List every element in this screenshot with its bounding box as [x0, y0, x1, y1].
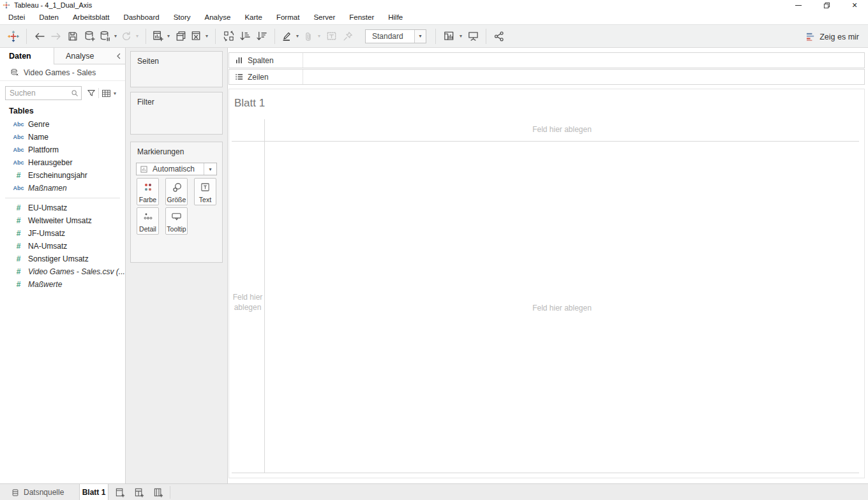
drop-zone-columns-hint[interactable]: Feld hier ablegen — [265, 125, 859, 134]
field-genre[interactable]: Abc Genre — [0, 118, 125, 131]
field-herausgeber[interactable]: Abc Herausgeber — [0, 156, 125, 169]
number-type-icon: # — [10, 229, 27, 238]
field-eu-umsatz[interactable]: # EU-Umsatz — [0, 202, 125, 214]
field-erscheinungsjahr[interactable]: # Erscheinungsjahr — [0, 169, 125, 182]
drop-zone-rows-hint[interactable]: Feld hier ablegen — [232, 292, 263, 312]
field-record-count[interactable]: # Video Games - Sales.csv (... — [0, 265, 125, 278]
redo-icon — [48, 27, 64, 45]
highlight-caret-icon[interactable]: ▾ — [294, 33, 301, 39]
menu-hilfe[interactable]: Hilfe — [381, 10, 410, 24]
rows-shelf[interactable]: Zeilen — [228, 69, 865, 85]
mark-type-value: Automatisch — [147, 165, 204, 173]
field-jf-umsatz[interactable]: # JF-Umsatz — [0, 227, 125, 240]
text-button[interactable]: Text — [194, 178, 216, 205]
save-icon[interactable] — [64, 27, 81, 45]
column-header-divider — [232, 141, 859, 142]
pane-tabs: Daten Analyse — [0, 48, 125, 64]
undo-icon[interactable] — [31, 27, 48, 45]
filter-fields-icon[interactable] — [87, 89, 96, 98]
field-masswerte[interactable]: # Maßwerte — [0, 278, 125, 291]
size-button[interactable]: Größe — [165, 178, 188, 205]
drop-zone-center-hint[interactable]: Feld hier ablegen — [265, 304, 859, 312]
menu-fenster[interactable]: Fenster — [342, 10, 381, 24]
pause-auto-updates-caret-icon[interactable]: ▾ — [112, 33, 119, 39]
window-title: Tableau - 4_1_Dual_Axis — [14, 1, 92, 9]
search-row-separator — [98, 88, 99, 98]
view-data-caret-icon[interactable]: ▾ — [111, 91, 119, 96]
restore-button[interactable] — [822, 1, 831, 10]
toolbar-separator — [26, 29, 27, 44]
minimize-button[interactable] — [794, 1, 803, 10]
columns-shelf[interactable]: Spalten — [228, 52, 865, 68]
field-name[interactable]: Abc Name — [0, 131, 125, 143]
detail-button[interactable]: Detail — [137, 207, 159, 235]
field-na-umsatz[interactable]: # NA-Umsatz — [0, 240, 125, 253]
menu-analyse[interactable]: Analyse — [198, 10, 238, 24]
new-datasource-icon[interactable] — [81, 27, 98, 45]
field-weltweiter-umsatz[interactable]: # Weltweiter Umsatz — [0, 214, 125, 227]
tooltip-button[interactable]: Tooltip — [165, 207, 188, 235]
presentation-mode-icon[interactable] — [465, 27, 481, 45]
size-icon — [171, 179, 183, 196]
fit-selector[interactable]: Standard ▾ — [365, 29, 426, 43]
tab-daten[interactable]: Daten — [0, 48, 54, 64]
fit-selector-caret-icon[interactable]: ▾ — [414, 30, 426, 43]
search-box — [5, 86, 82, 100]
columns-icon — [235, 56, 243, 64]
new-story-tab-icon[interactable] — [149, 484, 167, 500]
clear-sheet-caret-icon[interactable]: ▾ — [203, 33, 211, 39]
mark-type-caret-icon[interactable]: ▾ — [204, 163, 216, 175]
detail-label: Detail — [139, 225, 156, 233]
annotation-caret-icon: ▾ — [315, 33, 323, 39]
columns-shelf-label: Spalten — [229, 56, 303, 65]
field-sonstiger-umsatz[interactable]: # Sonstiger Umsatz — [0, 253, 125, 265]
menu-datei[interactable]: Dstei — [1, 10, 32, 24]
color-button[interactable]: Farbe — [137, 178, 159, 205]
sheet-title[interactable]: Blatt 1 — [234, 97, 265, 110]
menu-story[interactable]: Story — [167, 10, 198, 24]
show-mark-labels-caret-icon[interactable]: ▾ — [457, 33, 465, 39]
menu-daten[interactable]: Daten — [32, 10, 66, 24]
columns-shelf-dropzone[interactable] — [303, 53, 864, 68]
tab-analyse[interactable]: Analyse — [54, 48, 112, 64]
tableau-home-icon[interactable] — [5, 27, 22, 45]
datasource-icon — [10, 68, 19, 77]
rows-shelf-dropzone[interactable] — [303, 70, 864, 84]
menu-dashboard[interactable]: Dashboard — [116, 10, 166, 24]
number-type-icon: # — [10, 254, 27, 263]
new-worksheet-icon[interactable] — [151, 27, 165, 45]
show-me-panel-toggle[interactable]: Zeig es mir — [806, 25, 859, 48]
pages-card[interactable]: Seiten — [130, 51, 223, 87]
pause-auto-updates-icon[interactable] — [98, 27, 112, 45]
field-massnamen[interactable]: Abc Maßnamen — [0, 182, 125, 195]
new-dashboard-tab-icon[interactable] — [130, 484, 148, 500]
menu-format[interactable]: Format — [269, 10, 306, 24]
search-input[interactable] — [6, 89, 71, 98]
filters-card[interactable]: Filter — [130, 92, 223, 135]
datasource-item[interactable]: Video Games - Sales — [0, 64, 125, 81]
field-plattform[interactable]: Abc Plattform — [0, 143, 125, 156]
collapse-pane-icon[interactable] — [112, 48, 125, 64]
share-icon[interactable] — [491, 27, 507, 45]
menu-arbeitsblatt[interactable]: Arbeitsblatt — [66, 10, 117, 24]
menu-karte[interactable]: Karte — [237, 10, 269, 24]
show-mark-labels-icon[interactable] — [440, 27, 457, 45]
tables-header: Tables — [9, 107, 34, 115]
new-worksheet-caret-icon[interactable]: ▾ — [165, 33, 172, 39]
search-row: ▾ — [5, 85, 123, 101]
close-button[interactable]: × — [850, 1, 859, 10]
view-data-grid-icon[interactable] — [101, 89, 111, 98]
sort-ascending-icon[interactable] — [237, 27, 253, 45]
sheet-tab-blatt-1[interactable]: Blatt 1 — [79, 484, 108, 500]
highlight-icon[interactable] — [280, 27, 294, 45]
duplicate-sheet-icon[interactable] — [172, 27, 189, 45]
tooltip-icon — [171, 208, 182, 225]
new-worksheet-tab-icon[interactable] — [111, 484, 129, 500]
datasource-tab[interactable]: Datsnquelle — [11, 484, 64, 500]
menu-server[interactable]: Server — [306, 10, 342, 24]
swap-rows-columns-icon[interactable] — [220, 27, 237, 45]
sort-descending-icon[interactable] — [253, 27, 270, 45]
mark-type-selector[interactable]: Automatisch ▾ — [136, 163, 217, 175]
clear-sheet-icon[interactable] — [189, 27, 203, 45]
annotation-icon — [301, 27, 315, 45]
